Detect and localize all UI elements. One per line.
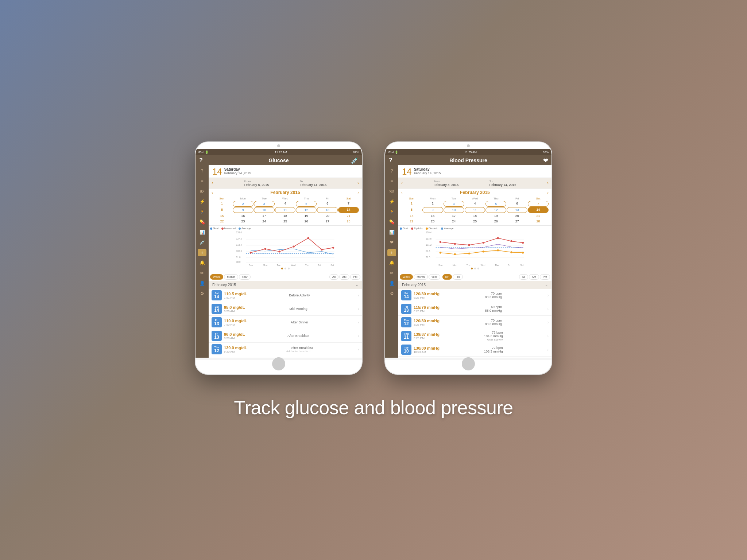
sidebar-icon-run[interactable]: 🏃	[198, 208, 206, 215]
chart-container-1: 139.0 127.2 115.4 103.6 91.8 80.0	[210, 230, 360, 267]
sidebar2-icon-user[interactable]: 👤	[387, 280, 396, 287]
sidebar-icon-settings[interactable]: ⚙	[198, 290, 206, 297]
cal-next-2[interactable]: ›	[547, 190, 549, 195]
camera-2	[467, 144, 470, 147]
am-btn-2[interactable]: AM	[529, 274, 539, 280]
from-date-1: February 8, 2015	[244, 183, 269, 187]
app-screen-1: iPad 🔋 11:22 AM 87% ? Glucose 💉 ? ≡ 🍽 ⚡ …	[196, 149, 362, 360]
to-label-1: To	[300, 180, 303, 183]
pm-btn-1[interactable]: PM	[350, 274, 360, 280]
sidebar-icon-menu[interactable]: ≡	[198, 178, 206, 185]
svg-point-54	[468, 253, 470, 254]
svg-text:Fri: Fri	[318, 264, 320, 267]
svg-point-24	[307, 237, 309, 239]
bp-record-3[interactable]: Thu 11 139/87 mmHg 3:29 PM 72 bpm 104.3 …	[398, 329, 551, 343]
header-right-icon-1[interactable]: 💉	[351, 157, 358, 164]
all-btn-2[interactable]: All	[519, 274, 528, 280]
month-btn-1[interactable]: Month	[224, 274, 238, 280]
tablet-blood-pressure: iPad 🔋 11:25 AM 86% ? Blood Pressure ❤ ?…	[384, 141, 552, 375]
week-btn-2[interactable]: Week	[400, 274, 413, 280]
bp-record-2[interactable]: Thu 12 120/80 mmHg 3:29 PM 70 bpm 93.3 m…	[398, 316, 551, 329]
camera-1	[277, 144, 280, 147]
sidebar-icon-glucose[interactable]: 💉	[198, 239, 206, 246]
nav-prev-2[interactable]: ‹	[401, 180, 403, 186]
record-item-2[interactable]: Fri 13 110.0 mg/dL 7:50 PM After Dinner …	[209, 316, 362, 329]
cal-next-1[interactable]: ›	[357, 190, 359, 195]
sidebar2-icon-alarm[interactable]: 🔔	[387, 259, 396, 267]
records-header-1: February 2015 ⌄	[209, 281, 362, 289]
svg-point-52	[440, 252, 441, 254]
all-btn-1[interactable]: All	[329, 274, 338, 280]
bp-record-1[interactable]: Fri 13 115/76 mmHg 6:26 PM 69 bpm 88.0 m…	[398, 302, 551, 316]
app-screen-2: iPad 🔋 11:25 AM 86% ? Blood Pressure ❤ ?…	[385, 149, 551, 360]
cal-prev-2[interactable]: ‹	[401, 190, 403, 195]
status-right-1: 87%	[353, 151, 359, 154]
sidebar2-icon-heart[interactable]: ❤	[387, 239, 396, 246]
svg-text:115.4: 115.4	[236, 244, 242, 246]
sidebar2-icon-pill[interactable]: 💊	[387, 218, 396, 226]
sidebar-add-btn[interactable]: +	[198, 249, 206, 256]
hr-btn[interactable]: HR	[453, 274, 463, 280]
sidebar2-icon-activity[interactable]: ⚡	[387, 198, 396, 205]
record-item-1[interactable]: Sat 14 95.0 mg/dL 9:50 AM Mid Morning ›	[209, 302, 362, 316]
sidebar2-icon-chart[interactable]: 📊	[387, 229, 396, 236]
tablet-home-1[interactable]	[272, 357, 285, 370]
btn-group-time-1: All AM PM	[329, 274, 360, 280]
year-btn-2[interactable]: Year	[429, 274, 440, 280]
sidebar2-add-btn[interactable]: +	[387, 249, 396, 256]
sidebar-icon-pen[interactable]: ✏	[198, 269, 206, 277]
sidebar2-icon-run[interactable]: 🏃	[387, 208, 396, 215]
bp-record-4[interactable]: Tue 10 130/00 mmHg 10:23 AM 72 bpm 103.3…	[398, 343, 551, 357]
nav-next-2[interactable]: ›	[547, 180, 549, 186]
tablet-glucose: iPad 🔋 11:22 AM 87% ? Glucose 💉 ? ≡ 🍽 ⚡ …	[195, 141, 363, 375]
sidebar-icon-activity[interactable]: ⚡	[198, 198, 206, 205]
date-number-1: 14	[212, 167, 222, 176]
svg-text:139.0: 139.0	[236, 232, 242, 234]
nav-next-1[interactable]: ›	[357, 180, 359, 186]
tablet-home-2[interactable]	[462, 357, 475, 370]
records-month-2: February 2015	[402, 283, 426, 287]
calendar-2: ‹ February 2015 › Sun Mon Tue Wed Thu Fr…	[398, 188, 551, 225]
date-day-2: Saturday	[414, 167, 441, 171]
record-item-0[interactable]: Sat 14 110.5 mg/dL 1:51 PM Before Activi…	[209, 289, 362, 302]
record-item-3[interactable]: Fri 13 96.0 mg/dL 8:50 AM After Breakfas…	[209, 329, 362, 343]
nav-prev-1[interactable]: ‹	[212, 180, 213, 186]
sidebar-icon-alarm[interactable]: 🔔	[198, 259, 206, 267]
svg-point-56	[497, 249, 499, 251]
header-left-icon-2[interactable]: ?	[389, 157, 392, 164]
from-date-2: February 8, 2015	[434, 183, 459, 187]
cal-prev-1[interactable]: ‹	[212, 190, 213, 195]
svg-text:Mon: Mon	[263, 264, 268, 267]
sidebar2-icon-food[interactable]: 🍽	[387, 188, 396, 195]
bp-record-5[interactable]: Mon 9 125/84 mmHg 7:22 AM 71 bpm 97.7 mm…	[398, 357, 551, 358]
month-btn-2[interactable]: Month	[414, 274, 427, 280]
svg-text:Wed: Wed	[291, 264, 296, 267]
sidebar-icon-user[interactable]: 👤	[198, 280, 206, 287]
status-bar-1: iPad 🔋 11:22 AM 87%	[196, 149, 362, 155]
sidebar2-icon-help[interactable]: ?	[387, 167, 396, 175]
header-left-icon-1[interactable]: ?	[199, 157, 203, 164]
svg-point-23	[293, 246, 295, 248]
sidebar2-icon-settings[interactable]: ⚙	[387, 290, 396, 297]
am-btn-1[interactable]: AM	[339, 274, 349, 280]
main-content-2: ? ≡ 🍽 ⚡ 🏃 💊 📊 ❤ + 🔔 ✏ 👤 ⚙	[385, 165, 551, 358]
sidebar-icon-help[interactable]: ?	[198, 167, 206, 175]
sidebar2-icon-menu[interactable]: ≡	[387, 178, 396, 185]
sidebar-icon-food[interactable]: 🍽	[198, 188, 206, 195]
svg-text:Mon: Mon	[453, 264, 457, 267]
records-month-1: February 2015	[212, 283, 236, 287]
bp-btn[interactable]: BP	[442, 274, 452, 280]
record-item-5[interactable]: Wed 11 128.0 mg/dL 11:18 AM Mid Morning …	[209, 356, 362, 358]
sidebar-icon-chart[interactable]: 📊	[198, 229, 206, 236]
svg-text:Tue: Tue	[277, 264, 281, 267]
record-item-4[interactable]: Thu 12 139.0 mg/dL 9:20 AM After Breakfa…	[209, 343, 362, 356]
records-collapse-2[interactable]: ⌄	[545, 283, 548, 287]
pm-btn-2[interactable]: PM	[540, 274, 550, 280]
year-btn-1[interactable]: Year	[239, 274, 251, 280]
header-right-icon-2[interactable]: ❤	[543, 157, 548, 164]
sidebar2-icon-pen[interactable]: ✏	[387, 269, 396, 277]
records-collapse-1[interactable]: ⌄	[355, 283, 358, 287]
sidebar-icon-pill[interactable]: 💊	[198, 218, 206, 226]
week-btn-1[interactable]: Week	[210, 274, 223, 280]
bp-record-0[interactable]: Sat 14 120/80 mmHg 6:26 PM 70 bpm 93.3 m…	[398, 289, 551, 302]
